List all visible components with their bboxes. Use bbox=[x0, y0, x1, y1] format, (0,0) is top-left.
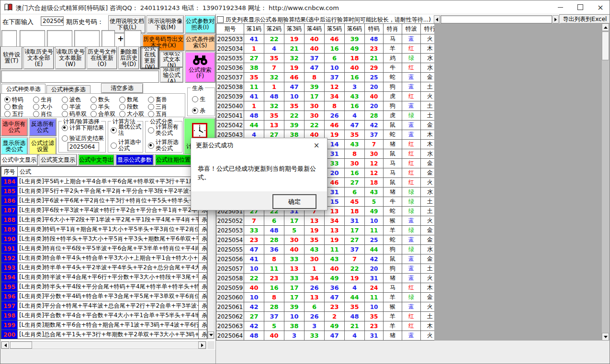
history-number-box[interactable] bbox=[102, 30, 115, 47]
history-table-row[interactable]: 20250614228396233510猴蓝火 bbox=[216, 302, 435, 312]
read-formula-text-button[interactable]: 读取公式文本(N) bbox=[160, 52, 183, 67]
history-table-row[interactable]: 2025040132353081620狗蓝土 bbox=[216, 101, 435, 111]
radio-formula-type-肖位[interactable]: 肖位 bbox=[33, 110, 52, 118]
strip-scroll-track[interactable] bbox=[441, 15, 552, 23]
select-all-formula-button[interactable]: 选中所有公式 bbox=[0, 118, 28, 136]
table-vscroll-thumb[interactable] bbox=[602, 32, 609, 60]
formula-row[interactable]: 185[L生肖类]平5行+平2头+平合尾+平2肖+平分合+平3段+平2半波+平合… bbox=[1, 187, 208, 196]
table-scroll-down-icon[interactable] bbox=[602, 333, 609, 341]
history-table-row[interactable]: 202504244133922464742鼠蓝金 bbox=[216, 121, 435, 130]
formula-row[interactable]: 187[L生肖类]平6段+平3波+平4波+特行+平2合+平分合+平1肖+平2半头… bbox=[1, 206, 208, 215]
formula-row[interactable]: 189[L生肖类]特码+平1肖+期合尾+平1大小+平5半头+平3肖位+平2肖位+… bbox=[1, 225, 208, 234]
formula-list-hscrollbar[interactable] bbox=[1, 341, 206, 349]
tab-formula-type-single[interactable]: 公式种类单选 bbox=[1, 84, 45, 94]
history-action-button[interactable]: 软件设置(T) bbox=[0, 46, 23, 69]
formula-row[interactable]: 195[L生肖类]特半头+平4段+平分合尾+特码+平4尾+特半单+特半头+特半头… bbox=[1, 282, 208, 292]
strip-scroll-right-icon[interactable] bbox=[553, 15, 559, 23]
radio-formula-type-五肖[interactable]: 五肖 bbox=[148, 110, 167, 118]
history-table-row[interactable]: 20250622737102624835羊红土 bbox=[216, 312, 435, 321]
dialog-ok-button[interactable]: 确定 bbox=[272, 194, 316, 209]
radio-best-formula[interactable]: 最优公式法 bbox=[111, 124, 141, 136]
demo-video-download-button[interactable]: 演示说明录像下载(M) bbox=[147, 15, 184, 33]
formula-row[interactable]: 188[L生肖类]平6大小+平2段+平1半波+平2尾+平1段+平4尾+平4肖+平… bbox=[1, 215, 208, 225]
formula-row[interactable]: 193[L生肖类]特半单+平4头+平2半波+平4半头+平2合+总分合尾+平4大小… bbox=[1, 263, 208, 273]
formula-param-table-button[interactable]: 公式参数对照表(I) bbox=[185, 15, 215, 33]
history-table-row[interactable]: 2025038111473912320狗蓝土 bbox=[216, 82, 435, 92]
radio-calc-selected-formula[interactable]: 计算选中公式 bbox=[111, 139, 141, 152]
radio-calc-selected-class[interactable]: 计算所选类公式 bbox=[148, 139, 181, 152]
formula-row[interactable]: 200[L生肖类]总合尾+平1头+平3行+年期数+平2单双+平3大小+平3码+平… bbox=[1, 330, 208, 340]
display-mode-button[interactable]: 公式中文导出 bbox=[78, 154, 114, 165]
history-table-row[interactable]: 20250601081713474411羊绿金 bbox=[216, 293, 435, 302]
formula-row[interactable]: 186[L生肖类]平6波+平6尾+平2肖位+平3行+特肖位+平5头+特半头+特合… bbox=[1, 196, 208, 206]
history-table-row[interactable]: 20250352735323761821鸡绿水 bbox=[216, 54, 435, 63]
formula-row[interactable]: 198[L生肖类]平合数+平4合+平合数+平4大小+平1合单+平5半头+平4半波… bbox=[1, 311, 208, 320]
history-table-row[interactable]: 20250363871947104029牛红水 bbox=[216, 63, 435, 73]
display-mode-button[interactable]: 公式往期位置 bbox=[155, 154, 192, 165]
history-table-row[interactable]: 202503341221940463948马蓝火 bbox=[216, 34, 435, 44]
period-number-input[interactable]: 2025065 bbox=[41, 16, 64, 26]
display-mode-button[interactable]: 公式英文显示 bbox=[39, 154, 77, 165]
maximize-button[interactable] bbox=[570, 0, 590, 14]
formula-search-button[interactable]: 公式搜索(F) bbox=[185, 52, 215, 83]
formula-filter-button[interactable]: 公式过滤设置 bbox=[29, 137, 56, 155]
formula-row[interactable]: 191[L生肖类]特肖位+平6段+平5半波+平6合尾+平3半单+特肖位+平4肖+… bbox=[1, 244, 208, 254]
scroll-down-icon[interactable] bbox=[208, 331, 214, 339]
formula-row[interactable]: 194[L生肖类]特半波+平4合尾+平6行+平分数+平3大小+特段+平3尾+平3… bbox=[1, 273, 208, 282]
strip-scroll-left-icon[interactable] bbox=[434, 15, 440, 23]
history-table-row[interactable]: 202505423283035192725蛇蓝金 bbox=[216, 235, 435, 245]
history-action-button[interactable]: 公式在线更新(W) bbox=[140, 46, 159, 69]
history-table-row[interactable]: 20250414835223026428虎绿土 bbox=[216, 111, 435, 121]
history-action-button[interactable]: 读取历史号文本全部(E) bbox=[23, 46, 54, 69]
clear-multi-button[interactable]: 清空多选 bbox=[101, 83, 143, 93]
history-action-button[interactable]: 删除最后历史号(D) bbox=[118, 46, 139, 69]
history-table-row[interactable]: 2025064484033347431猪蓝火 bbox=[216, 331, 435, 341]
radio-shengsha-生[interactable]: 生 bbox=[192, 95, 205, 103]
formula-row[interactable]: 190[L生肖类]特段+特半头+平3大小+平5肖+平3头+期数尾+平6单双+平5… bbox=[1, 234, 208, 244]
minimize-button[interactable] bbox=[550, 0, 570, 14]
display-mode-button[interactable]: 显示公式参数 bbox=[115, 154, 154, 165]
radio-shengsha-杀[interactable]: 杀 bbox=[192, 107, 205, 115]
history-action-button[interactable]: 历史号文件在线更新(O) bbox=[87, 46, 117, 69]
formula-row[interactable]: 192[L生肖类]特合单+平4头+特合单+平3大小+上期合+平1合+特大小+平6… bbox=[1, 254, 208, 263]
radio-formula-type-合单双[interactable]: 合单双 bbox=[90, 110, 115, 118]
history-table-vscrollbar[interactable] bbox=[602, 23, 610, 341]
history-table-row[interactable]: 20250571011131402220狗蓝土 bbox=[216, 264, 435, 274]
dialog-close-icon[interactable]: × bbox=[306, 138, 327, 153]
display-mode-button[interactable]: 公式中文显示 bbox=[0, 154, 38, 165]
table-scroll-up-icon[interactable] bbox=[602, 23, 609, 31]
history-result-checkbox[interactable] bbox=[217, 16, 224, 23]
history-table-row[interactable]: 202503941481017344340虎红火 bbox=[216, 92, 435, 101]
history-action-button[interactable]: 读取历史号文本最新(W) bbox=[55, 46, 86, 69]
history-number-box[interactable] bbox=[74, 30, 100, 47]
scroll-left-icon[interactable] bbox=[1, 342, 9, 349]
history-table-row[interactable]: 20250594016172636424马红木 bbox=[216, 283, 435, 293]
history-table-row[interactable]: 2025056418333043742鼠蓝金 bbox=[216, 254, 435, 264]
verify-period-input[interactable]: 2025064 bbox=[68, 142, 99, 151]
close-button[interactable]: × bbox=[590, 0, 610, 14]
tab-formula-type-multi[interactable]: 公式种类多选 bbox=[46, 85, 90, 94]
show-selected-class-button[interactable]: 显示所选类公式 bbox=[0, 137, 28, 155]
condition-search-button[interactable]: 公式条件搜索(S) bbox=[185, 34, 215, 51]
history-table-row[interactable]: 2025063425383492123羊红木 bbox=[216, 321, 435, 331]
radio-formula-type-五行[interactable]: 五行 bbox=[4, 110, 23, 118]
formula-row[interactable]: 197[L生肖类]平分合+特尾+平4半波+总合尾+平2行+平2合单+平3半波+特… bbox=[1, 301, 208, 311]
radio-formula-type-大小双[interactable]: 大小双 bbox=[119, 110, 144, 118]
history-number-box[interactable] bbox=[20, 30, 45, 47]
radio-calc-all-class[interactable]: 计算所有类公式 bbox=[148, 124, 181, 136]
history-table-row[interactable]: 202505547364043113744狗绿水 bbox=[216, 245, 435, 254]
history-number-box[interactable] bbox=[47, 30, 72, 47]
formula-row[interactable]: 199[L生肖类]期数尾+平6合+特合+期合尾+平1波+平3码+平4波+平6行+… bbox=[1, 320, 208, 330]
export-to-excel-button[interactable]: 导出列表到Excel bbox=[559, 14, 610, 24]
invert-selection-button[interactable]: 反选所有公式 bbox=[29, 118, 56, 136]
radio-verify-history[interactable]: 验证历史结果 bbox=[62, 134, 104, 143]
radio-calc-next[interactable]: 计算下期结果 bbox=[62, 124, 104, 132]
formula-row[interactable]: 196[L生肖类]平分数+平4码+特合单+平3合尾+平5尾+平3单双+平6肖位+… bbox=[1, 292, 208, 301]
history-table-row[interactable]: 202505822233334491931猪蓝火 bbox=[216, 274, 435, 283]
history-number-box[interactable] bbox=[1, 30, 17, 47]
hscroll-thumb[interactable] bbox=[10, 342, 32, 349]
history-table-row[interactable]: 20250533348519131711羊绿金 bbox=[216, 226, 435, 235]
history-table-row[interactable]: 20250373532468371625蛇蓝金 bbox=[216, 73, 435, 82]
formula-row[interactable]: 184[L生肖类]平5码+上期合+平4合单+平6合尾+特单双+平3行+平1尾+平… bbox=[1, 177, 208, 187]
formula-input[interactable] bbox=[1, 70, 159, 83]
